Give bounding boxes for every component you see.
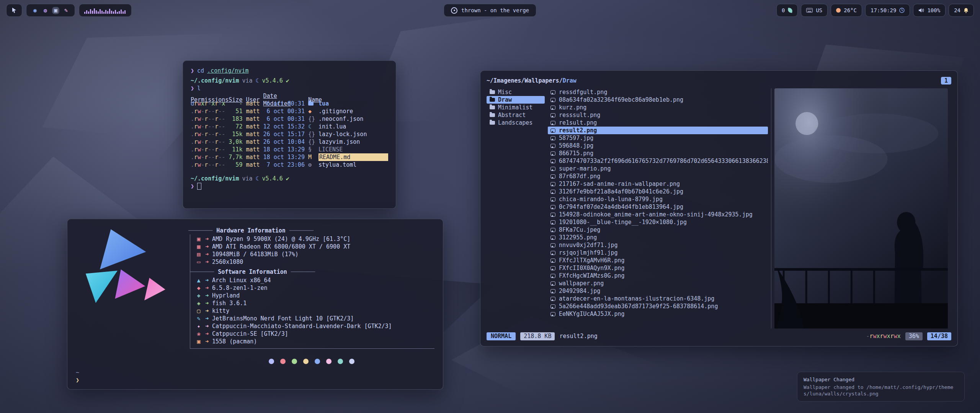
file-item[interactable]: atardecer-en-la-montanas-ilustracion-634… [548, 295, 768, 302]
section-rule: ─────── [291, 268, 315, 276]
file-item[interactable]: FXfcJlTXgAMvH6R.png [548, 257, 768, 264]
file-item[interactable]: result2.png [548, 127, 768, 134]
file-item[interactable]: 5a266e448add93deab367d87173e9f25-6837886… [548, 302, 768, 310]
file-item[interactable]: kurz.png [548, 104, 768, 111]
file-name: 866715.png [559, 150, 593, 157]
image-file-icon [550, 167, 555, 171]
file-item[interactable]: re1sult.png [548, 119, 768, 127]
file-size: 51 [229, 107, 242, 115]
yazi-file-manager-window[interactable]: ~/Imagenes/Wallpapers/Draw 1 MiscDrawMin… [480, 70, 958, 346]
audio-visualizer-module[interactable] [79, 4, 132, 17]
file-item[interactable]: 217167-sad-anime-rain-wallpaper.png [548, 180, 768, 188]
fastfetch-terminal-window[interactable]: ─────── Hardware Information ─────── ▣➜A… [67, 219, 443, 390]
sidebar-folder[interactable]: Draw [487, 96, 545, 104]
file-item[interactable]: rsjqojlmjhf91.jpg [548, 249, 768, 257]
file-item[interactable]: nnvuv0xj2df71.jpg [548, 241, 768, 249]
file-size: 3,0k [229, 138, 242, 146]
file-item[interactable]: 87r687df.png [548, 172, 768, 180]
file-name: resssult.png [559, 111, 600, 119]
prompt-icon: ❯ [191, 85, 194, 92]
image-file-icon [550, 197, 555, 202]
info-row: ✦➜Catppuccin-Macchiato-Standard-Lavender… [196, 322, 434, 330]
info-value: 6.5.8-zen1-1-zen [212, 284, 268, 292]
nvim-terminal-window[interactable]: ❯cd.config/nvim ~/.config/nvimvia☾v5.4.6… [183, 60, 396, 209]
file-name: 217167-sad-anime-rain-wallpaper.png [559, 180, 680, 188]
file-item[interactable]: 3126f7e9bbf21a8a4af0b67b041c6e26.jpg [548, 188, 768, 195]
notification-toast[interactable]: Wallpaper Changed Wallpaper changed to /… [797, 372, 965, 402]
volume-module[interactable]: 100% [913, 4, 946, 17]
lua-version: v5.4.6 [262, 175, 283, 182]
volume-value: 100% [927, 7, 940, 13]
sidebar-folder[interactable]: Abstract [487, 111, 545, 119]
image-file-icon [550, 121, 555, 125]
workspace-web-icon[interactable]: ◉ [31, 7, 39, 14]
workspace-chat-icon[interactable]: ◍ [42, 7, 49, 14]
file-name: FXfcHgcWIAMzs0G.png [559, 272, 625, 280]
file-name: super-mario.png [559, 165, 611, 172]
speaker-icon [918, 8, 924, 13]
file-item[interactable]: 8FKa7Cu.jpeg [548, 226, 768, 234]
file-item[interactable]: FXfcII0X0AQyn9X.png [548, 264, 768, 272]
workspace-edit-icon[interactable]: ✎ [62, 7, 70, 14]
info-value: Catppuccin-SE [GTK2/3] [212, 330, 288, 338]
file-name: 87r687df.png [559, 172, 600, 180]
workspaces-module: ◉◍▣✎ [26, 4, 75, 17]
temperature-module[interactable]: 26°C [831, 4, 862, 17]
file-item[interactable]: resssult.png [548, 111, 768, 119]
file-size: - [229, 100, 242, 107]
clock-module[interactable]: 17:50:29 [865, 4, 910, 17]
file-item[interactable]: ressdfgult.png [548, 88, 768, 96]
file-name: 3126f7e9bbf21a8a4af0b67b041c6e26.jpg [559, 188, 683, 195]
packages-icon: ▣ [196, 338, 202, 345]
file-item[interactable]: 866715.png [548, 150, 768, 157]
file-item[interactable]: wallpaper.png [548, 280, 768, 287]
app-launcher-icon [11, 7, 17, 13]
notifications-module[interactable]: 24 [949, 4, 974, 17]
folder-icon [490, 98, 495, 102]
file-item[interactable]: FXfcHgcWIAMzs0G.png [548, 272, 768, 280]
sidebar-folder[interactable]: Minimalist [487, 104, 545, 111]
file-item[interactable]: 596848.jpg [548, 142, 768, 150]
file-item[interactable]: EeNKYgIUcAAJ5JX.png [548, 310, 768, 318]
file-item[interactable]: 08a634fa02a32364f69ebc86a98eb1eb.png [548, 96, 768, 104]
file-item[interactable]: 0c794faf07de24a4db4d4fb1eb813964.jpg [548, 203, 768, 211]
info-row: ▲➜Arch Linux x86_64 [196, 276, 434, 284]
file-name: lazy-lock.json [318, 130, 388, 138]
image-file-icon [550, 243, 555, 247]
permissions: .rw-r--r-- [191, 115, 225, 123]
file-item[interactable]: chica-mirando-la-luna-8799.jpg [548, 195, 768, 203]
file-type-icon: § [308, 146, 315, 153]
image-file-icon [550, 98, 555, 102]
keyboard-icon [806, 8, 813, 13]
file-item[interactable]: 587597.jpg [548, 134, 768, 142]
file-size: 72 [229, 123, 242, 130]
icons-icon: ❀ [196, 330, 202, 338]
file-item[interactable]: super-mario.png [548, 165, 768, 172]
software-rows: ▲➜Arch Linux x86_64◆➜6.5.8-zen1-1-zen❖➜H… [196, 276, 434, 345]
lua-icon: ☾ [256, 77, 259, 85]
updates-count: 0 [782, 7, 785, 13]
folder-icon [490, 113, 495, 117]
terminal-icon: ▢ [196, 307, 202, 315]
file-item[interactable]: 68747470733a2f2f696d616765732d7769786d70… [548, 157, 768, 165]
file-item[interactable]: 154928-odinokoe_anime-art-anime-okno-sin… [548, 211, 768, 218]
music-title: thrown - on the verge [461, 7, 529, 13]
file-item[interactable]: 19201080-__blue-tinge__-1920×1080.jpg [548, 218, 768, 226]
arrow-icon: ➜ [205, 338, 209, 345]
file-name: rsjqojlmjhf91.jpg [559, 249, 618, 257]
image-file-icon [550, 144, 555, 148]
keyboard-layout-module[interactable]: US [801, 4, 828, 17]
folder-icon [490, 90, 495, 94]
file-name: 08a634fa02a32364f69ebc86a98eb1eb.png [559, 96, 683, 104]
file-date: 7 oct 23:06 [263, 161, 305, 169]
sidebar-folder[interactable]: Misc [487, 88, 545, 96]
file-item[interactable]: 20492984.jpg [548, 287, 768, 295]
sidebar-folder[interactable]: Landscapes [487, 119, 545, 127]
music-widget[interactable]: thrown - on the verge [444, 4, 536, 17]
image-file-icon [550, 213, 555, 217]
workspace-files-icon[interactable]: ▣ [52, 7, 59, 14]
file-item[interactable]: 3122955.png [548, 234, 768, 241]
launcher-button[interactable] [6, 4, 22, 17]
updates-module[interactable]: 0 [776, 4, 798, 17]
prompt-icon: ❯ [76, 376, 434, 384]
